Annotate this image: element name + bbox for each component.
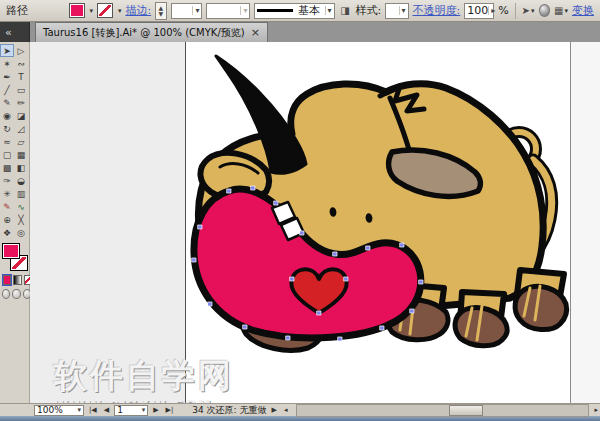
document-tab[interactable]: Taurus16 [转换].Ai* @ 100% (CMYK/预览) ×: [35, 22, 268, 42]
transform-link[interactable]: 变换: [572, 3, 594, 18]
magic-wand-tool[interactable]: ✶: [0, 57, 14, 70]
line-segment-tool[interactable]: ╱: [0, 83, 14, 96]
brush-stroke-preview: [257, 9, 293, 12]
anchor-point[interactable]: [251, 186, 255, 190]
anchor-point[interactable]: [317, 311, 321, 315]
rotate-tool[interactable]: ↻: [0, 122, 14, 135]
perspective-grid-tool[interactable]: ▦: [14, 148, 28, 161]
stroke-color-swatch[interactable]: [97, 3, 113, 18]
opacity-link[interactable]: 不透明度:: [413, 3, 461, 18]
anchor-point[interactable]: [419, 280, 423, 284]
anchor-point[interactable]: [410, 309, 414, 313]
stroke-link[interactable]: 描边:: [125, 3, 151, 18]
recolor-artwork-icon[interactable]: [539, 4, 550, 17]
first-artboard-button[interactable]: |◀: [87, 406, 99, 414]
anchor-point[interactable]: [290, 277, 294, 281]
blob-brush-tool[interactable]: ◉: [0, 109, 14, 122]
select-similar-icon[interactable]: ➤▾: [522, 3, 535, 18]
watermark-url: WWW.RJZXW.COM: [54, 397, 234, 403]
shape-builder-tool[interactable]: ▢: [0, 148, 14, 161]
selection-tool[interactable]: ➤: [0, 44, 14, 57]
gradient-tool[interactable]: ◧: [14, 161, 28, 174]
free-transform-tool[interactable]: ▱: [14, 135, 28, 148]
anchor-point[interactable]: [333, 252, 337, 256]
hand-tool[interactable]: ❖: [0, 226, 14, 239]
anchor-point[interactable]: [198, 225, 202, 229]
zoom-level-combo[interactable]: 100% ▾: [34, 405, 84, 416]
direct-selection-tool[interactable]: ▷: [14, 44, 28, 57]
pencil-tool[interactable]: ✏: [14, 96, 28, 109]
style-combo[interactable]: ▾: [385, 3, 408, 19]
slice-tool[interactable]: ╳: [14, 213, 28, 226]
type-tool[interactable]: T: [14, 70, 28, 83]
eraser-tool[interactable]: ◪: [14, 109, 28, 122]
gradient-button[interactable]: [13, 275, 21, 285]
zoom-tool[interactable]: ◎: [14, 226, 28, 239]
anchor-point[interactable]: [192, 258, 196, 262]
anchor-point[interactable]: [344, 277, 348, 281]
fill-indicator[interactable]: [2, 243, 20, 259]
appearance-options-icon[interactable]: ◨: [339, 3, 352, 18]
draw-normal-button[interactable]: [2, 289, 10, 299]
fill-dropdown-icon[interactable]: ▾: [90, 7, 94, 15]
fill-color-swatch[interactable]: [69, 3, 85, 18]
anchor-point[interactable]: [208, 302, 212, 306]
paintbrush-tool[interactable]: ✎: [0, 96, 14, 109]
horizontal-scrollbar[interactable]: [296, 404, 589, 417]
anchor-point[interactable]: [300, 231, 304, 235]
draw-behind-button[interactable]: [12, 289, 20, 299]
scroll-left-button[interactable]: ◂: [282, 406, 290, 414]
context-label: 路径: [6, 3, 28, 18]
anchor-point[interactable]: [286, 336, 290, 340]
stroke-weight-combo[interactable]: ▾: [171, 3, 203, 19]
separator: [515, 3, 516, 19]
next-artboard-button[interactable]: ▶: [151, 406, 160, 414]
stroke-dropdown-icon[interactable]: ▾: [118, 7, 122, 15]
chevron-down-icon: ▾: [564, 7, 568, 15]
pen-tool[interactable]: ✒: [0, 70, 14, 83]
symbol-sprayer-tool[interactable]: ✳: [0, 187, 14, 200]
rectangle-tool[interactable]: ▭: [14, 83, 28, 96]
column-graph-tool[interactable]: ▥: [14, 187, 28, 200]
color-button[interactable]: [3, 275, 11, 285]
collapse-icon: «: [5, 26, 12, 39]
bull-rear-right-hoof[interactable]: [515, 286, 567, 329]
artboard-tool[interactable]: ⊕: [0, 213, 14, 226]
blend-tool[interactable]: ◒: [14, 174, 28, 187]
document-area[interactable]: 软件自学网 WWW.RJZXW.COM: [30, 42, 600, 403]
live-paint-selection-tool[interactable]: ∿: [14, 200, 28, 213]
control-bar: 路径 ▾ ▾ 描边: ▲▼ ▾ ▾ 基本 ▾ ◨ 样式: ▾ 不透明度: 100…: [0, 0, 600, 22]
anchor-point[interactable]: [338, 337, 342, 341]
last-artboard-button[interactable]: ▶|: [164, 406, 176, 414]
width-profile-combo[interactable]: ▾: [206, 3, 250, 19]
anchor-point[interactable]: [227, 189, 231, 193]
mesh-tool[interactable]: ▩: [0, 161, 14, 174]
align-icon[interactable]: ▦▾: [554, 3, 568, 18]
anchor-point[interactable]: [400, 243, 404, 247]
horizontal-scrollbar-thumb[interactable]: [449, 405, 483, 416]
previous-artboard-button[interactable]: ◀: [102, 406, 111, 414]
status-expand-button[interactable]: ▶: [270, 406, 279, 414]
opacity-combo[interactable]: 100▸: [464, 3, 494, 19]
eyedropper-tool[interactable]: ✑: [0, 174, 14, 187]
fill-stroke-indicator: [1, 242, 29, 272]
percent-sign: %: [498, 4, 508, 17]
toolbox-collapse-button[interactable]: «: [0, 22, 30, 42]
live-paint-bucket-tool[interactable]: ✎: [0, 200, 14, 213]
chevron-down-icon: ▾: [142, 406, 146, 414]
chevron-down-icon: ▾: [240, 6, 247, 15]
brush-name: 基本: [298, 3, 320, 18]
anchor-point[interactable]: [380, 326, 384, 330]
stroke-weight-stepper[interactable]: ▲▼: [155, 2, 166, 20]
anchor-point[interactable]: [366, 246, 370, 250]
artboard-number-combo[interactable]: 1 ▾: [114, 405, 148, 416]
scroll-right-button[interactable]: ▸: [592, 406, 600, 414]
anchor-point[interactable]: [274, 201, 278, 205]
brush-definition-combo[interactable]: 基本 ▾: [254, 3, 334, 19]
width-tool[interactable]: ≈: [0, 135, 14, 148]
lasso-tool[interactable]: ∾: [14, 57, 28, 70]
scale-tool[interactable]: ◿: [14, 122, 28, 135]
close-icon[interactable]: ×: [251, 26, 260, 39]
anchor-point[interactable]: [243, 325, 247, 329]
watermark-title: 软件自学网: [54, 354, 234, 399]
